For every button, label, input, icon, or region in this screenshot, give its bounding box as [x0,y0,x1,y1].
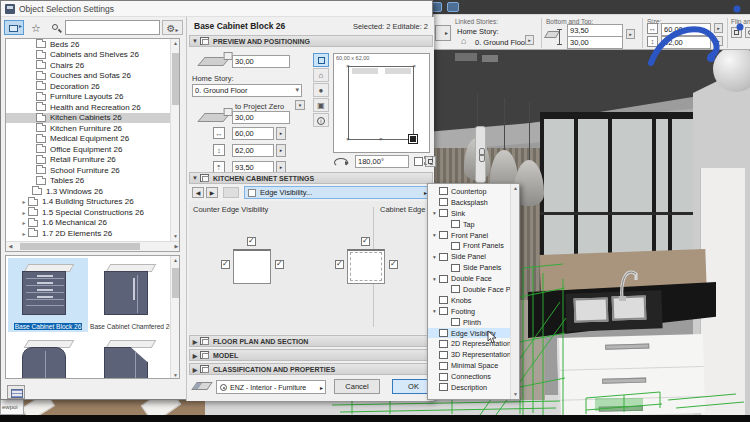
cancel-button[interactable]: Cancel [334,379,380,394]
popup-menu-item[interactable]: 2D Representation [428,338,512,349]
popup-menu-item[interactable]: Edge Visibility [428,328,512,339]
size-width-field[interactable]: 60,00 [661,23,711,36]
depth-field[interactable]: 62,00 [232,144,274,157]
popup-menu-item[interactable]: Double Face Panels [428,284,512,295]
thumbnails-vertical-scrollbar[interactable]: ▲ ▼ [170,256,179,379]
tree-item[interactable]: Couches and Sofas 26 [6,71,179,82]
section-floor-plan[interactable]: ▶ FLOOR PLAN AND SECTION [189,335,433,347]
popup-menu-item[interactable]: 3D Representation [428,349,512,360]
elevation-top-field[interactable]: 30,00 [232,55,290,68]
popup-menu-item[interactable]: Knobs [428,295,512,306]
width-flyout[interactable]: ▸ [276,127,286,140]
popup-menu-item[interactable]: Side Panels [428,262,512,273]
popup-menu-item[interactable]: Plinth [428,317,512,328]
expand-arrow-icon[interactable]: ▸ [20,209,28,216]
expand-arrow-icon[interactable]: ▸ [20,230,28,237]
tree-item[interactable]: Retail Furniture 26 [6,155,179,166]
tree-item[interactable]: Office Equipment 26 [6,144,179,155]
rotation-angle-field[interactable]: 180,00° [355,155,409,168]
popup-scrollbar[interactable]: ▲ ▼ [510,184,519,399]
tree-item[interactable]: Health and Recreation 26 [6,102,179,113]
home-story-dropdown[interactable]: 0. Ground Floor [192,84,302,97]
page-picker-button[interactable] [223,187,239,198]
cabinet-edge-right-checkbox[interactable] [389,260,398,269]
popup-menu-item[interactable]: Description [428,382,512,393]
infobox-prev-button[interactable]: ▸ [435,25,451,41]
layer-dropdown[interactable]: ENZ - Interior - Furniture ▸ [216,380,326,394]
tree-item[interactable]: ▸1.7 2D Elements 26 [6,228,179,239]
section-preview-positioning[interactable]: ▼ PREVIEW AND POSITIONING [189,35,433,47]
object-thumbnail[interactable] [90,334,170,379]
favorites-button[interactable]: ☆ [27,20,45,35]
tree-vertical-scrollbar[interactable]: ▲ ▼ [170,39,179,241]
toolbar-home-story-value[interactable]: 0. Ground Floor [475,38,528,47]
popup-menu-item[interactable]: Countertop [428,186,512,197]
tree-item[interactable]: Cabinets and Shelves 26 [6,50,179,61]
tree-item[interactable]: Tables 26 [6,176,179,187]
collapse-chevron-icon[interactable]: ▾ [430,254,439,260]
tree-item[interactable]: School Furniture 26 [6,165,179,176]
folder-view-button[interactable] [4,20,24,35]
popup-menu-item[interactable]: Backsplash [428,197,512,208]
tree-item[interactable]: Decoration 26 [6,81,179,92]
home-story-flyout[interactable]: ▸ [525,35,534,45]
object-thumbnail[interactable] [8,334,88,379]
collapse-chevron-icon[interactable]: ▾ [430,276,439,282]
proportion-chain-toggle[interactable] [475,126,486,183]
object-thumbnail[interactable]: Base Cabinet Block 26 [8,258,88,332]
size-depth-field[interactable]: 62,00 [661,36,711,49]
object-2d-preview[interactable]: 60,00 x 62,00 × × × × [333,53,430,153]
popup-menu-item[interactable]: Minimal Space [428,360,512,371]
expand-arrow-icon[interactable]: ▸ [20,219,28,226]
popup-menu-item[interactable]: Tap [428,219,512,230]
counter-edge-top-checkbox[interactable] [247,237,256,246]
counter-edge-left-checkbox[interactable] [221,260,230,269]
popup-menu-item[interactable]: ▾Front Panel [428,230,512,241]
depth-flyout[interactable]: ▸ [276,144,286,157]
popup-menu-item[interactable]: ▾Sink [428,208,512,219]
project-zero-flyout[interactable]: ▾ [295,100,305,110]
section-classification[interactable]: ▶ CLASSIFICATION AND PROPERTIES [189,363,433,375]
popup-menu-item[interactable]: ▾Side Panel [428,251,512,262]
bottom-elevation-field[interactable]: 30,00 [567,36,623,49]
mirror-checkbox[interactable] [414,157,423,166]
list-view-mode-button[interactable] [7,385,25,399]
search-input[interactable] [65,20,160,35]
expand-arrow-icon[interactable]: ▸ [20,198,28,205]
collapse-chevron-icon[interactable]: ▾ [430,232,439,238]
preview-3d-button[interactable]: ● [313,83,329,97]
tree-item[interactable]: Furniture Layouts 26 [6,92,179,103]
tree-item[interactable]: ▸1.4 Building Structures 26 [6,197,179,208]
app-icon[interactable] [447,2,459,12]
preview-picture-button[interactable]: ▣ [313,98,329,112]
tree-item[interactable]: ▸1.5 Special Constructions 26 [6,207,179,218]
tree-item[interactable]: ▸1.6 Mechanical 26 [6,218,179,229]
tree-item[interactable]: 1.3 Windows 26 [6,186,179,197]
preview-info-button[interactable]: i [313,113,329,127]
selected-hotspot[interactable] [409,135,417,143]
dialog-titlebar[interactable]: Object Selection Settings [1,1,432,17]
popup-menu-item[interactable]: ▾Double Face [428,273,512,284]
tree-horizontal-scrollbar[interactable]: ◀ ▶ [6,241,180,251]
counter-edge-right-checkbox[interactable] [275,260,284,269]
section-kitchen-cabinet-settings[interactable]: ▼ KITCHEN CABINET SETTINGS [189,172,433,184]
anchor-icon[interactable] [424,156,433,165]
tree-item[interactable]: Medical Equipment 26 [6,134,179,145]
popup-menu-item[interactable]: Connections [428,371,512,382]
size-depth-flyout[interactable]: ▸ [714,36,723,46]
preview-floorplan-button[interactable] [313,53,329,67]
tree-item[interactable]: Kitchen Furniture 26 [6,123,179,134]
collapse-chevron-icon[interactable]: ▾ [430,308,439,314]
prev-page-button[interactable]: ◀ [192,187,204,198]
bottom-top-flyout[interactable]: ▸ [626,29,635,39]
section-model[interactable]: ▶ MODEL [189,349,433,361]
popup-menu-item[interactable]: Front Panels [428,240,512,251]
collapse-chevron-icon[interactable]: ▾ [430,210,439,216]
tree-item[interactable]: Kitchen Cabinets 26 [6,113,179,124]
object-thumbnail[interactable]: Base Cabinet Chamfered 26 [90,258,170,332]
cabinet-edge-left-checkbox[interactable] [335,260,344,269]
next-page-button[interactable]: ▶ [206,187,218,198]
elevation-bottom-field[interactable]: 30,00 [232,111,290,124]
settings-page-dropdown[interactable]: Edge Visibility... ▸ [244,186,431,199]
tree-item[interactable]: Beds 26 [6,39,179,50]
